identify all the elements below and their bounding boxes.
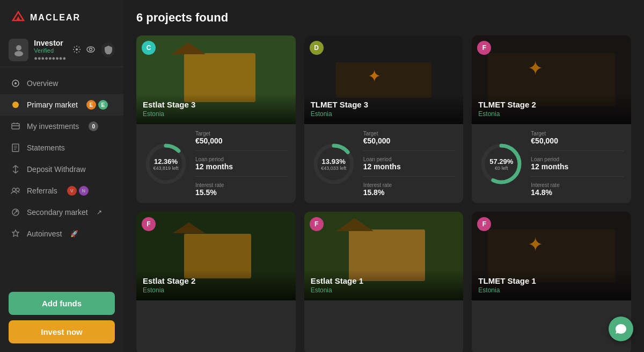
sidebar-item-label: My investments (27, 122, 79, 131)
user-section: Investor Verified ●●●●●●●●● (0, 33, 123, 67)
target-label: Target (531, 131, 624, 137)
secondary-market-ext-icon: ↗ (97, 209, 102, 216)
target-label: Target (363, 131, 456, 137)
sidebar-item-referrals[interactable]: Referrals V N (0, 180, 123, 202)
loan-period-stat: Loan period 12 months (531, 156, 624, 171)
stat-divider (195, 176, 288, 177)
target-value: €50,000 (531, 137, 624, 145)
donut-sub: €43,033 left (321, 165, 346, 170)
eye-icon[interactable] (85, 45, 96, 55)
sidebar-item-my-investments[interactable]: My investments 0 (0, 116, 123, 137)
target-stat: Target €50,000 (531, 131, 624, 145)
interest-rate-value: 15.8% (363, 188, 456, 197)
svg-point-5 (87, 47, 94, 52)
target-stat: Target €50,000 (363, 131, 456, 145)
donut-sub: €43,819 left (153, 165, 178, 170)
deposit-withdraw-icon (11, 164, 20, 174)
interest-rate-value: 15.5% (195, 188, 288, 197)
card-image: F TLMET Stage 1 Estonia (472, 212, 631, 300)
sidebar-item-deposit-withdraw[interactable]: Deposit Withdraw (0, 159, 123, 180)
svg-marker-1 (16, 16, 20, 20)
stats-info: Target €50,000 Loan period 12 months Int… (195, 131, 288, 197)
donut-center: 13.93% €43,033 left (321, 157, 346, 170)
sidebar-item-label: Deposit Withdraw (27, 165, 86, 174)
settings-icon[interactable] (71, 44, 82, 56)
sidebar-item-statements[interactable]: Statements (0, 137, 123, 159)
svg-point-2 (16, 45, 21, 51)
sidebar-item-secondary-market[interactable]: Secondary market ↗ (0, 202, 123, 223)
card-image: F Estlat Stage 2 Estonia (136, 212, 296, 300)
logo-area: MACLEAR (0, 0, 123, 33)
interest-rate-label: Interest rate (195, 182, 288, 188)
sidebar-item-label: Primary market (27, 100, 78, 109)
target-stat: Target €50,000 (195, 131, 288, 145)
project-card[interactable]: C Estlat Stage 3 Estonia 12.36% €43,819 … (136, 35, 296, 203)
card-badge: C (142, 41, 156, 55)
donut-percent: 12.36% (153, 157, 178, 165)
card-image: F TLMET Stage 2 Estonia (472, 35, 631, 124)
card-overlay: Estlat Stage 3 Estonia (136, 94, 296, 124)
project-country: Estonia (478, 110, 625, 118)
card-overlay: TLMET Stage 2 Estonia (472, 94, 631, 124)
user-info: Investor Verified ●●●●●●●●● (34, 39, 66, 61)
project-country: Estonia (143, 286, 289, 294)
donut-chart: 57.29% €0 left (479, 142, 523, 186)
secondary-market-icon (11, 207, 20, 217)
card-overlay: TLMET Stage 1 Estonia (472, 270, 631, 300)
svg-point-8 (14, 82, 17, 84)
project-card[interactable]: F Estlat Stage 1 Estonia (304, 212, 464, 352)
loan-period-label: Loan period (531, 156, 624, 162)
primary-market-icon (11, 100, 20, 110)
add-funds-button[interactable]: Add funds (9, 292, 115, 315)
autoinvest-icon (11, 229, 20, 239)
stat-divider (531, 176, 624, 177)
loan-period-label: Loan period (363, 156, 456, 162)
loan-period-stat: Loan period 12 months (363, 156, 456, 171)
projects-grid: C Estlat Stage 3 Estonia 12.36% €43,819 … (136, 35, 631, 352)
card-stats: 13.93% €43,033 left Target €50,000 Loan … (304, 124, 464, 203)
invest-now-button[interactable]: Invest now (9, 320, 115, 343)
project-name: Estlat Stage 2 (143, 276, 289, 285)
card-image: D TLMET Stage 3 Estonia (304, 35, 464, 124)
referrals-badges: V N (67, 186, 89, 196)
stats-info: Target €50,000 Loan period 12 months Int… (363, 131, 456, 197)
card-overlay: Estlat Stage 1 Estonia (304, 270, 464, 300)
svg-point-6 (90, 48, 92, 51)
project-card[interactable]: F TLMET Stage 1 Estonia (472, 212, 631, 352)
card-badge: F (477, 217, 491, 231)
sidebar-item-autoinvest[interactable]: Autoinvest 🚀 (0, 223, 123, 245)
card-overlay: Estlat Stage 2 Estonia (136, 270, 296, 300)
project-card[interactable]: F Estlat Stage 2 Estonia (136, 212, 296, 352)
card-badge: D (310, 41, 324, 55)
donut-sub: €0 left (489, 165, 513, 170)
chat-button[interactable] (609, 317, 633, 341)
referral-badge-2: N (79, 186, 89, 196)
sidebar-item-label: Overview (27, 79, 58, 88)
donut-center: 57.29% €0 left (489, 157, 513, 170)
loan-period-value: 12 months (195, 162, 288, 171)
loan-period-value: 12 months (363, 162, 456, 171)
user-verified: Verified (34, 47, 66, 54)
sidebar-item-label: Referrals (27, 186, 57, 195)
project-country: Estonia (311, 286, 457, 294)
card-overlay: TLMET Stage 3 Estonia (304, 94, 464, 124)
loan-period-stat: Loan period 12 months (195, 156, 288, 171)
donut-chart: 12.36% €43,819 left (144, 142, 188, 186)
primary-market-badges: E E (86, 100, 108, 110)
interest-rate-label: Interest rate (531, 182, 624, 188)
svg-point-13 (16, 188, 19, 191)
sidebar-item-primary-market[interactable]: Primary market E E (0, 94, 123, 116)
project-card[interactable]: D TLMET Stage 3 Estonia 13.93% €43,033 l… (304, 35, 464, 203)
sidebar-item-overview[interactable]: Overview (0, 73, 123, 94)
stat-divider (531, 150, 624, 151)
card-badge: F (142, 217, 156, 231)
donut-percent: 57.29% (489, 157, 513, 165)
svg-point-4 (76, 48, 78, 51)
project-card[interactable]: F TLMET Stage 2 Estonia 57.29% €0 left T… (472, 35, 631, 203)
target-value: €50,000 (363, 137, 456, 145)
sidebar-item-label: Statements (27, 143, 65, 152)
card-badge: F (477, 41, 491, 55)
donut-percent: 13.93% (321, 157, 346, 165)
loan-period-value: 12 months (531, 162, 624, 171)
overview-icon (11, 78, 20, 88)
